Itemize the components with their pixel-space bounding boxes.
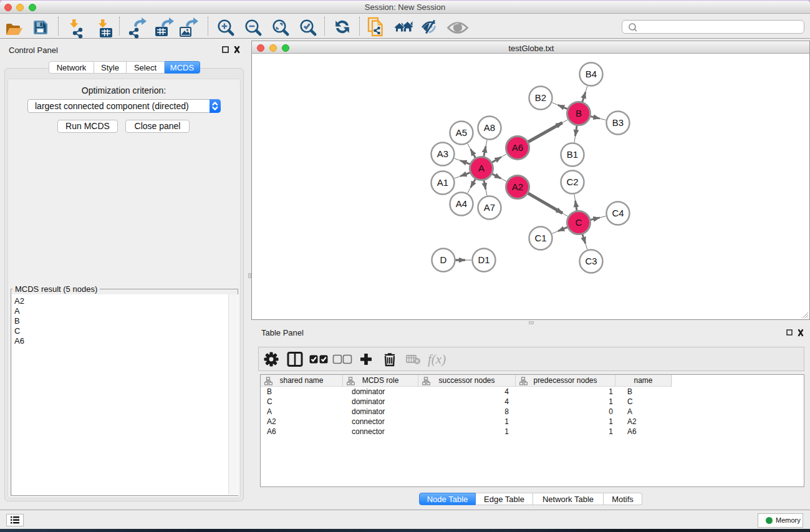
svg-text:A3: A3 [437,148,448,159]
svg-text:C1: C1 [534,233,546,243]
svg-text:C4: C4 [612,208,624,218]
svg-text:D1: D1 [478,254,489,265]
svg-text:B: B [576,108,582,118]
svg-text:A7: A7 [484,202,495,213]
svg-text:B2: B2 [535,92,546,103]
svg-text:A8: A8 [484,122,495,133]
svg-text:D: D [440,254,447,265]
svg-text:B4: B4 [586,69,597,79]
svg-text:f(x): f(x) [428,352,446,367]
svg-text:C2: C2 [566,177,578,187]
svg-text:B1: B1 [567,149,578,160]
svg-text:A6: A6 [512,142,523,153]
svg-text:A4: A4 [456,198,467,209]
svg-text:A1: A1 [437,177,448,188]
svg-text:A2: A2 [512,181,523,192]
svg-text:B3: B3 [612,117,624,128]
svg-text:A5: A5 [456,127,467,138]
svg-text:C: C [576,217,582,228]
svg-text:C3: C3 [585,256,597,266]
svg-text:A: A [478,163,485,173]
